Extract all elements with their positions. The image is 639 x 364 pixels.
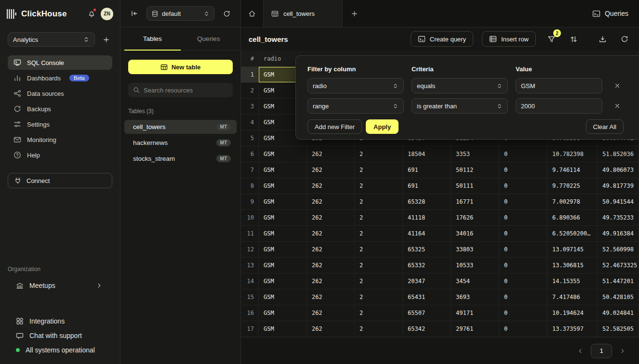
insert-row-button[interactable]: Insert row [482, 31, 536, 47]
table-cell[interactable]: 51.447201 [598, 273, 639, 289]
table-cell[interactable]: GSM [259, 258, 307, 273]
table-cell[interactable]: 3693 [451, 289, 499, 305]
tab-cell-towers[interactable]: cell_towers [264, 0, 343, 27]
table-cell[interactable]: 10.782398 [547, 146, 598, 162]
table-cell[interactable]: 29761 [451, 321, 499, 337]
table-cell[interactable]: 0 [499, 258, 547, 273]
remove-filter-button-1[interactable] [610, 78, 625, 93]
table-cell[interactable]: 2 [355, 210, 403, 225]
next-page-button[interactable] [616, 344, 629, 358]
table-cell[interactable]: 262 [307, 178, 355, 194]
table-cell[interactable]: 262 [307, 321, 355, 337]
table-cell[interactable]: 65507 [403, 305, 451, 321]
workspace-select[interactable]: Analytics [8, 32, 95, 47]
table-cell[interactable]: GSM [259, 226, 307, 241]
apply-filters-button[interactable]: Apply [366, 119, 399, 134]
sidebar-item-data-sources[interactable]: Data sources [8, 86, 112, 101]
table-cell[interactable]: 10533 [451, 258, 499, 273]
table-cell[interactable]: 65325 [403, 242, 451, 257]
filter-value-input-1[interactable] [521, 82, 597, 90]
database-select[interactable]: default [146, 6, 214, 21]
integrations-link[interactable]: Integrations [0, 314, 120, 328]
add-filter-button[interactable]: Add new Filter [307, 119, 362, 134]
table-cell[interactable]: 52.560998 [598, 242, 639, 257]
chat-support-link[interactable]: Chat with support [0, 328, 120, 343]
prev-page-button[interactable] [573, 344, 587, 358]
avatar[interactable]: ZN [101, 8, 113, 20]
add-workspace-button[interactable] [100, 33, 112, 46]
home-tab[interactable] [241, 0, 264, 27]
table-cell[interactable]: 41164 [403, 226, 451, 241]
filter-column-select-2[interactable]: range [307, 98, 404, 114]
table-cell[interactable]: 49.806073 [598, 162, 639, 178]
table-cell[interactable]: 2 [355, 258, 403, 273]
sidebar-item-settings[interactable]: Settings [8, 117, 112, 131]
table-cell[interactable]: 7.417486 [547, 289, 598, 305]
table-cell[interactable]: 262 [307, 242, 355, 257]
table-cell[interactable]: 17626 [451, 210, 499, 225]
table-cell[interactable]: GSM [259, 305, 307, 321]
table-cell[interactable]: 262 [307, 146, 355, 162]
table-cell[interactable]: 262 [307, 210, 355, 225]
create-query-button[interactable]: Create query [411, 31, 473, 47]
table-cell[interactable]: 0 [499, 194, 547, 209]
sidebar-item-meetups[interactable]: Meetups [0, 278, 120, 293]
table-cell[interactable]: 262 [307, 162, 355, 178]
search-input[interactable] [144, 87, 228, 94]
table-cell[interactable]: 0 [499, 210, 547, 225]
table-cell[interactable]: 262 [307, 226, 355, 241]
tab-tables[interactable]: Tables [124, 27, 181, 50]
table-cell[interactable]: 2 [355, 289, 403, 305]
table-cell[interactable]: 2 [355, 273, 403, 289]
table-cell[interactable]: 52.4673325 [598, 258, 639, 273]
tab-queries[interactable]: Queries [181, 27, 237, 50]
table-cell[interactable]: 52.582505 [598, 321, 639, 337]
filter-criteria-select-1[interactable]: equals [412, 78, 508, 93]
table-cell[interactable]: 49.735233 [598, 210, 639, 225]
filter-criteria-select-2[interactable]: is greater than [412, 98, 508, 114]
table-cell[interactable]: 18504 [403, 146, 451, 162]
table-cell[interactable]: 262 [307, 289, 355, 305]
new-table-button[interactable]: New table [128, 60, 233, 74]
notifications-bell-icon[interactable] [86, 9, 97, 19]
filter-value-input-2[interactable] [521, 103, 597, 110]
sidebar-item-help[interactable]: Help [8, 148, 112, 162]
table-cell[interactable]: 51.852036 [598, 146, 639, 162]
table-cell[interactable]: 2 [355, 226, 403, 241]
table-cell[interactable]: 262 [307, 273, 355, 289]
table-cell[interactable]: 2 [355, 146, 403, 162]
filter-button[interactable]: 2 [545, 32, 558, 46]
sidebar-item-sql-console[interactable]: SQL Console [8, 55, 112, 70]
table-cell[interactable]: 50112 [451, 162, 499, 178]
table-cell[interactable]: 0 [499, 305, 547, 321]
table-cell[interactable]: 9.770225 [547, 178, 598, 194]
table-cell[interactable]: 41118 [403, 210, 451, 225]
clear-all-filters-button[interactable]: Clear All [586, 119, 624, 134]
table-list-item-stocks-stream[interactable]: stocks_stream MT [124, 152, 237, 166]
sidebar-item-monitoring[interactable]: Monitoring [8, 132, 112, 147]
table-cell[interactable]: 262 [307, 194, 355, 209]
table-cell[interactable]: 2 [355, 242, 403, 257]
table-cell[interactable]: 2 [355, 305, 403, 321]
table-cell[interactable]: 0 [499, 226, 547, 241]
remove-filter-button-2[interactable] [610, 99, 625, 113]
table-cell[interactable]: 50.941544 [598, 194, 639, 209]
table-cell[interactable]: GSM [259, 242, 307, 257]
table-cell[interactable]: 65332 [403, 258, 451, 273]
table-cell[interactable]: 0 [499, 321, 547, 337]
table-cell[interactable]: 262 [307, 258, 355, 273]
table-cell[interactable]: 10.194624 [547, 305, 598, 321]
table-cell[interactable]: 49.024841 [598, 305, 639, 321]
table-cell[interactable]: 49171 [451, 305, 499, 321]
table-cell[interactable]: 0 [499, 162, 547, 178]
table-list-item-cell-towers[interactable]: cell_towers MT [124, 120, 237, 134]
filter-column-select-1[interactable]: radio [307, 78, 404, 93]
table-list-item-hackernews[interactable]: hackernews MT [124, 136, 237, 150]
queries-button[interactable]: Queries [582, 0, 639, 27]
table-cell[interactable]: GSM [259, 273, 307, 289]
table-cell[interactable]: 0 [499, 273, 547, 289]
table-cell[interactable]: 691 [403, 178, 451, 194]
table-cell[interactable]: 3454 [451, 273, 499, 289]
table-cell[interactable]: GSM [259, 162, 307, 178]
table-cell[interactable]: 65342 [403, 321, 451, 337]
